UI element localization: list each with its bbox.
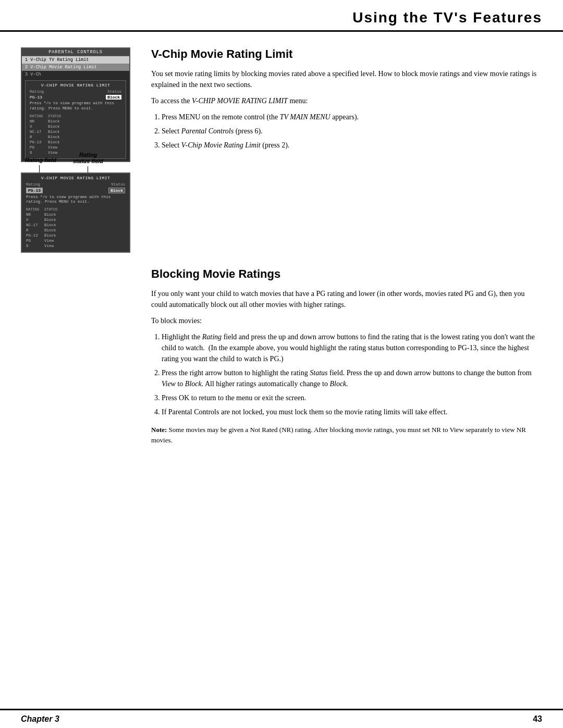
popup-col-headers-2: Rating Status <box>24 182 127 187</box>
note-label: Note: <box>151 426 167 434</box>
rating-table-2: RATING STATUS NR Block X Block NC-17 <box>24 206 127 250</box>
current-rating-1: PG-13 <box>30 95 42 100</box>
rating-row-x-2: X Block <box>26 217 125 223</box>
section2: Blocking Movie Ratings If you only want … <box>151 267 542 445</box>
tv-screen-2: V-CHIP MOVIE RATING LIMIT Rating Status … <box>21 172 130 253</box>
popup-title-1: V-CHIP MOVIE RATING LIMIT <box>28 83 124 88</box>
vchip-popup-1: V-CHIP MOVIE RATING LIMIT Rating Status … <box>25 80 126 159</box>
popup-message-1: Press ^/v to view programs with this rat… <box>28 100 124 113</box>
section1-title: V-Chip Movie Rating Limit <box>151 47 542 61</box>
step1-2: Select Parental Controls (press 6). <box>162 126 542 137</box>
popup-current-row-1: PG-13 Block <box>28 94 124 100</box>
rating-row-nr: NR Block <box>30 119 121 124</box>
footer-page: 43 <box>533 714 542 724</box>
rating-row-nc17: NC-17 Block <box>30 129 121 134</box>
section1-access: To access the V-CHIP MOVIE RATING LIMIT … <box>151 95 542 106</box>
rating-row-pg13: PG-13 Block <box>30 140 121 145</box>
menu-item-1: 1 V-Chip TV Rating Limit <box>22 56 129 64</box>
section2-body: If you only want your child to watch mov… <box>151 288 542 445</box>
current-status-2: Block <box>108 188 125 193</box>
right-column: V-Chip Movie Rating Limit You set movie … <box>151 47 542 452</box>
rating-row-pg-2: PG View <box>26 238 125 243</box>
rating-header-row: RATING STATUS <box>30 114 121 119</box>
tv-screen-1: PARENTAL CONTROLS 1 V-Chip TV Rating Lim… <box>21 47 130 162</box>
rating-header-row-2: RATING STATUS <box>26 207 125 212</box>
label-line-right <box>88 166 88 172</box>
popup-message-2: Press ^/v to view programs with this rat… <box>24 194 127 206</box>
rating-row-r-2: R Block <box>26 228 125 233</box>
rating-table-1: RATING STATUS NR Block X Block NC-17 Blo… <box>28 113 124 156</box>
current-rating-2: PG-13 <box>26 188 43 193</box>
label-line-left <box>39 165 40 172</box>
popup-col-headers-1: Rating Status <box>28 89 124 94</box>
section1-intro: You set movie rating limits by blocking … <box>151 68 542 90</box>
section2-steps: Highlight the Rating field and press the… <box>162 331 542 417</box>
note-box: Note: Some movies may be given a Not Rat… <box>151 425 542 445</box>
rating-row-pg13-2: PG-13 Block <box>26 233 125 238</box>
rating-row-nc17-2: NC-17 Block <box>26 223 125 228</box>
vchip-popup-2: V-CHIP MOVIE RATING LIMIT Rating Status … <box>22 174 129 252</box>
rating-row-g-2: G View <box>26 243 125 249</box>
step1-1: Press MENU on the remote control (the TV… <box>162 112 542 122</box>
access-menu-italic: V-CHIP MOVIE RATING LIMIT <box>192 97 288 105</box>
screen2-wrapper: Rating field Rating status field V-CHIP … <box>21 172 136 253</box>
main-content: PARENTAL CONTROLS 1 V-Chip TV Rating Lim… <box>0 32 563 463</box>
popup-current-row-2: PG-13 Block <box>24 187 127 194</box>
menu-item-2: 2 V-Chip Movie Rating Limit <box>22 64 129 71</box>
rating-row-r: R Block <box>30 134 121 140</box>
section1-steps: Press MENU on the remote control (the TV… <box>162 112 542 151</box>
page-header: Using the TV's Features <box>0 0 563 32</box>
rating-row-nr-2: NR Block <box>26 212 125 217</box>
section2-para2: To block movies: <box>151 315 542 326</box>
block-step4: If Parental Controls are not locked, you… <box>162 406 542 417</box>
block-step3: Press OK to return to the menu or exit t… <box>162 392 542 403</box>
footer-chapter: Chapter 3 <box>21 714 59 724</box>
section2-para1: If you only want your child to watch mov… <box>151 288 542 310</box>
block-step2: Press the right arrow button to highligh… <box>162 367 542 389</box>
left-column: PARENTAL CONTROLS 1 V-Chip TV Rating Lim… <box>21 47 136 452</box>
block-step1: Highlight the Rating field and press the… <box>162 331 542 364</box>
rating-row-x: X Block <box>30 124 121 129</box>
menu-item-3: 3 V-Ch <box>22 71 129 78</box>
rating-row-pg: PG View <box>30 145 121 150</box>
rating-status-label: Rating status field <box>73 152 103 164</box>
parental-controls-header: PARENTAL CONTROLS <box>22 48 129 56</box>
section1-body: You set movie rating limits by blocking … <box>151 68 542 151</box>
page-title: Using the TV's Features <box>21 9 542 26</box>
current-status-1: Block <box>106 95 121 100</box>
step1-3: Select V-Chip Movie Rating Limit (press … <box>162 140 542 151</box>
page-footer: Chapter 3 43 <box>0 709 563 728</box>
rating-field-label: Rating field <box>25 157 56 163</box>
section2-title: Blocking Movie Ratings <box>151 267 542 281</box>
popup-title-2: V-CHIP MOVIE RATING LIMIT <box>24 176 127 180</box>
spacer <box>151 158 542 252</box>
section1: V-Chip Movie Rating Limit You set movie … <box>151 47 542 151</box>
note-text: Some movies may be given a Not Rated (NR… <box>151 426 526 444</box>
